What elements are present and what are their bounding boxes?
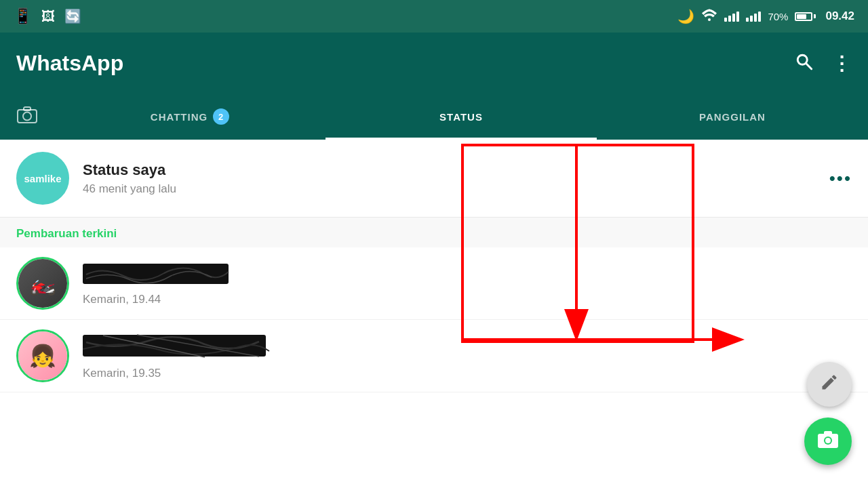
tab-panggilan[interactable]: PANGGILAN (597, 94, 868, 140)
main-content: samlike Status saya 46 menit yang lalu •… (0, 140, 868, 488)
camera-tab-button[interactable] (0, 94, 54, 140)
redacted-name-2 (83, 332, 273, 361)
status-bar: 📱 🖼 🔄 🌙 70% (0, 0, 868, 33)
battery-icon (795, 12, 816, 21)
update-info-2: Kemarin, 19.35 (83, 332, 273, 380)
search-button[interactable] (794, 52, 813, 75)
my-status-row[interactable]: samlike Status saya 46 menit yang lalu •… (0, 140, 868, 218)
camera-fab-button[interactable] (804, 418, 852, 465)
battery-percent: 70% (768, 11, 788, 22)
clock: 09.42 (825, 9, 854, 23)
update-avatar-img-1: 🏍️ (18, 259, 67, 308)
moto-icon: 🏍️ (18, 259, 67, 308)
fab-camera-icon (817, 430, 839, 453)
camera-icon (17, 106, 37, 128)
header-icons: ⋮ (794, 52, 852, 75)
status-bar-right-icons: 🌙 70% 09.42 (677, 8, 854, 24)
my-avatar: samlike (16, 152, 69, 205)
tab-status-label: STATUS (439, 111, 483, 123)
redacted-name-1 (83, 261, 232, 287)
recent-section-label: Pembaruan terkini (0, 218, 868, 247)
tab-bar: CHATTING 2 STATUS PANGGILAN (0, 94, 868, 140)
svg-line-2 (806, 64, 812, 69)
my-status-info: Status saya 46 menit yang lalu (83, 161, 829, 196)
more-options-button[interactable]: ⋮ (832, 52, 852, 75)
svg-rect-6 (83, 264, 229, 284)
chatting-badge: 2 (213, 108, 229, 125)
svg-point-4 (23, 112, 31, 120)
update-item-2[interactable]: 👧 Kemarin, 19.35 (0, 320, 868, 392)
tab-panggilan-label: PANGGILAN (699, 111, 766, 123)
my-status-name: Status saya (83, 161, 829, 179)
update-avatar-2: 👧 (16, 329, 69, 382)
update-name-row-2 (83, 332, 273, 363)
image-icon: 🖼 (41, 9, 55, 24)
update-item-1[interactable]: 🏍️ Kemarin, 19.44 (0, 247, 868, 320)
my-status-more-button[interactable]: ••• (829, 168, 852, 189)
update-name-row-1 (83, 261, 232, 289)
svg-point-16 (825, 438, 831, 443)
wifi-icon (701, 9, 717, 24)
pencil-icon (820, 373, 839, 396)
pencil-fab-button[interactable] (807, 362, 852, 407)
update-time-2: Kemarin, 19.35 (83, 367, 273, 380)
app-header: WhatsApp ⋮ (0, 33, 868, 94)
update-info-1: Kemarin, 19.44 (83, 261, 232, 306)
update-time-1: Kemarin, 19.44 (83, 293, 232, 306)
my-avatar-container: samlike (16, 152, 69, 205)
svg-rect-5 (24, 107, 31, 110)
update-avatar-1: 🏍️ (16, 257, 69, 310)
network-icon (746, 12, 761, 22)
svg-rect-17 (824, 431, 832, 435)
svg-point-0 (708, 18, 711, 21)
update-avatar-img-2: 👧 (18, 331, 67, 380)
app-title: WhatsApp (16, 51, 123, 76)
refresh-icon: 🔄 (64, 8, 81, 24)
signal-icon (724, 12, 739, 22)
moon-icon: 🌙 (677, 8, 694, 24)
tab-status[interactable]: STATUS (326, 94, 597, 140)
status-bar-left-icons: 📱 🖼 🔄 (14, 7, 81, 25)
my-status-time: 46 menit yang lalu (83, 182, 829, 196)
whatsapp-notify-icon: 📱 (14, 7, 32, 25)
girl-icon: 👧 (18, 331, 67, 380)
tab-chatting-label: CHATTING 2 (151, 108, 229, 125)
tab-chatting[interactable]: CHATTING 2 (54, 94, 326, 140)
